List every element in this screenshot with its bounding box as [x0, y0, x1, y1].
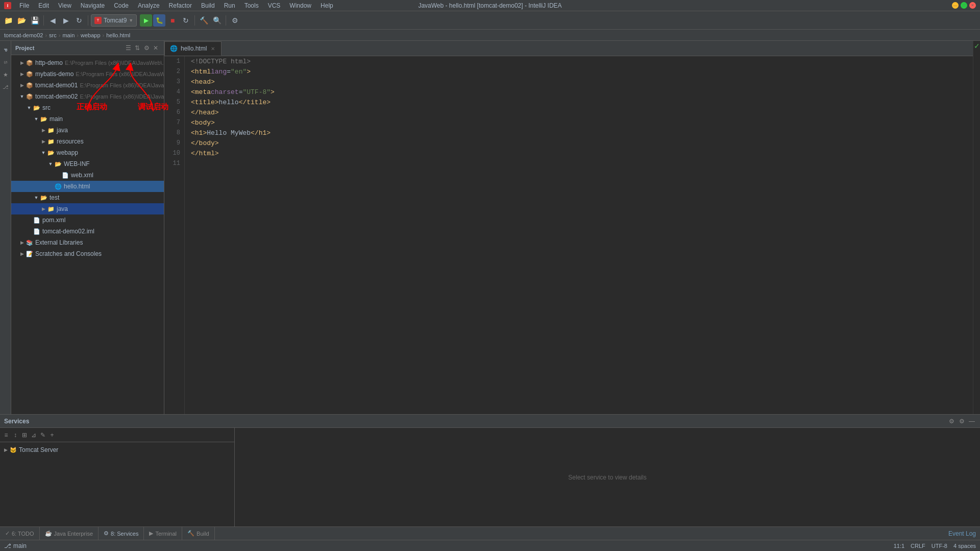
project-panel-title: Project	[15, 45, 34, 51]
line-sep-status[interactable]: CRLF	[911, 543, 925, 549]
tab-services[interactable]: ⚙ 8: Services	[99, 527, 144, 540]
settings-btn[interactable]: ⚙	[229, 14, 241, 27]
encoding-status[interactable]: UTF-8	[932, 543, 947, 549]
services-add-btn[interactable]: +	[48, 431, 56, 439]
menu-code[interactable]: Code	[110, 1, 133, 10]
menu-refactor[interactable]: Refactor	[165, 1, 196, 10]
breadcrumb-part-5[interactable]: hello.html	[106, 32, 130, 38]
services-left-panel: ≡ ↕ ⊞ ⊿ ✎ + ▶ 🐱 Tomcat Server	[0, 428, 235, 526]
tab-build[interactable]: 🔨 Build	[182, 527, 214, 540]
bookmarks-icon[interactable]: ★	[1, 69, 11, 80]
forward-btn[interactable]: ▶	[60, 14, 72, 27]
stop-button[interactable]: ■	[166, 14, 179, 27]
collapse-all-btn[interactable]: ☰	[124, 44, 132, 52]
build-btn[interactable]: 🔨	[198, 14, 210, 27]
event-log-link[interactable]: Event Log	[948, 530, 976, 537]
services-tomcat-item[interactable]: ▶ 🐱 Tomcat Server	[0, 444, 234, 456]
update-button[interactable]: ↻	[180, 14, 192, 27]
breadcrumb-part-2[interactable]: src	[49, 32, 57, 38]
tree-item-iml[interactable]: ▶ 📄 tomcat-demo02.iml	[11, 226, 164, 237]
editor-tab-hello-html[interactable]: 🌐 hello.html ✕	[164, 41, 222, 56]
refresh-btn[interactable]: ↻	[73, 14, 85, 27]
tree-path: E:\Program Files (x86)\IDEA\JavaWeb\...	[80, 93, 164, 100]
tree-label: hello.html	[64, 183, 90, 190]
breadcrumb-sep-1: ›	[45, 32, 47, 38]
tree-item-scratches[interactable]: ▶ 📝 Scratches and Consoles	[11, 248, 164, 259]
iml-icon: 📄	[33, 227, 41, 235]
indent-status[interactable]: 4 spaces	[953, 543, 976, 549]
tree-item-pomxml[interactable]: ▶ 📄 pom.xml	[11, 214, 164, 226]
line-col-status[interactable]: 11:1	[894, 543, 904, 549]
run-config-selector[interactable]: T Tomcat9 ▼	[91, 14, 137, 27]
app-icon: I	[4, 2, 11, 9]
new-project-btn[interactable]: 📁	[2, 14, 14, 27]
services-gear-btn[interactable]: ⚙	[958, 417, 966, 425]
tree-item-java2[interactable]: ▶ 📁 java	[11, 203, 164, 214]
menu-vcs[interactable]: VCS	[264, 1, 285, 10]
tree-item-src[interactable]: ▼ 📂 src	[11, 102, 164, 113]
toolbar-sep-4	[226, 15, 226, 26]
tree-item-webxml[interactable]: ▶ 📄 web.xml	[11, 170, 164, 181]
minimize-button[interactable]: —	[952, 2, 959, 9]
breadcrumb-sep-3: ›	[77, 32, 79, 38]
menu-window[interactable]: Window	[285, 1, 315, 10]
services-expand-btn[interactable]: ↕	[11, 431, 19, 439]
back-btn[interactable]: ◀	[46, 14, 59, 27]
search-everywhere-btn[interactable]: 🔍	[211, 14, 223, 27]
tab-todo[interactable]: ✓ 6: TODO	[0, 527, 40, 540]
save-btn[interactable]: 💾	[29, 14, 41, 27]
tree-item-http-demo[interactable]: ▶ 📦 http-demo E:\Program Files (x86)\IDE…	[11, 57, 164, 68]
tree-item-resources[interactable]: ▶ 📁 resources	[11, 136, 164, 147]
project-tree: ▶ 📦 http-demo E:\Program Files (x86)\IDE…	[11, 55, 164, 414]
line-num-4: 4	[164, 87, 180, 97]
tab-terminal[interactable]: ▶ Terminal	[144, 527, 182, 540]
tree-arrow: ▶	[18, 250, 26, 257]
sort-btn[interactable]: ⇅	[133, 44, 141, 52]
menu-tools[interactable]: Tools	[240, 1, 263, 10]
close-panel-btn[interactable]: ✕	[152, 44, 160, 52]
menu-navigate[interactable]: Navigate	[77, 1, 109, 10]
services-filter-btn[interactable]: ⊿	[30, 431, 38, 439]
breadcrumb-part-1[interactable]: tomcat-demo02	[4, 32, 43, 38]
close-button[interactable]: ✕	[969, 2, 976, 9]
breadcrumb-part-3[interactable]: main	[62, 32, 75, 38]
menu-help[interactable]: Help	[316, 1, 337, 10]
menu-file[interactable]: File	[15, 1, 33, 10]
code-analysis-ok: ✓	[974, 42, 980, 50]
tree-item-main[interactable]: ▼ 📂 main	[11, 113, 164, 125]
services-group-btn[interactable]: ⊞	[20, 431, 29, 439]
breadcrumb-part-4[interactable]: webapp	[81, 32, 101, 38]
services-tab-label: 8: Services	[111, 531, 138, 537]
tree-item-java1[interactable]: ▶ 📁 java	[11, 125, 164, 136]
tree-item-tomcat-demo02[interactable]: ▼ 📦 tomcat-demo02 E:\Program Files (x86)…	[11, 91, 164, 102]
tree-arrow: ▶	[2, 446, 9, 453]
tree-item-hello-html[interactable]: ▶ 🌐 hello.html	[11, 181, 164, 192]
menu-run[interactable]: Run	[220, 1, 239, 10]
menu-edit[interactable]: Edit	[34, 1, 53, 10]
tree-item-mybatis-demo[interactable]: ▶ 📦 mybatis-demo E:\Program Files (x86)\…	[11, 68, 164, 80]
git-icon[interactable]: ⎇	[1, 82, 11, 92]
menu-view[interactable]: View	[54, 1, 76, 10]
open-btn[interactable]: 📂	[15, 14, 28, 27]
project-icon[interactable]: P	[1, 45, 11, 55]
debug-button[interactable]: 🐛	[153, 14, 165, 27]
code-editor[interactable]: 1 2 3 4 5 6 7 8 9 10 11 <!DOCTYPE html> …	[164, 56, 973, 414]
menu-build[interactable]: Build	[197, 1, 219, 10]
services-close-btn[interactable]: —	[968, 417, 976, 425]
tree-item-webinf[interactable]: ▼ 📂 WEB-INF	[11, 158, 164, 170]
gear-icon[interactable]: ⚙	[142, 44, 151, 52]
services-collapse-btn[interactable]: ≡	[2, 431, 10, 439]
tab-java-enterprise[interactable]: ☕ Java Enterprise	[40, 527, 99, 540]
tree-item-webapp[interactable]: ▼ 📂 webapp	[11, 147, 164, 158]
services-settings-btn[interactable]: ⚙	[947, 417, 955, 425]
maximize-button[interactable]: □	[961, 2, 967, 9]
tree-item-external-libs[interactable]: ▶ 📚 External Libraries	[11, 237, 164, 248]
tree-item-test[interactable]: ▼ 📂 test	[11, 192, 164, 203]
services-edit-btn[interactable]: ✎	[39, 431, 47, 439]
run-button[interactable]: ▶	[140, 14, 152, 27]
code-content[interactable]: <!DOCTYPE html> <html lang="en"> <head> …	[185, 56, 973, 414]
tree-item-tomcat-demo01[interactable]: ▶ 📦 tomcat-demo01 E:\Program Files (x86)…	[11, 80, 164, 91]
menu-analyze[interactable]: Analyze	[134, 1, 164, 10]
tab-close-btn[interactable]: ✕	[210, 45, 216, 52]
structure-icon[interactable]: S	[1, 57, 11, 67]
